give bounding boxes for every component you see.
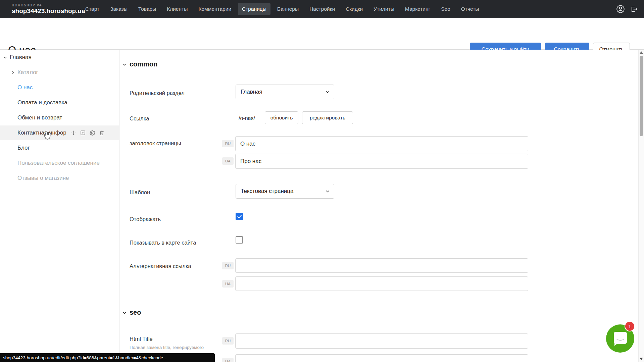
tree-item-label: Оплата и доставка — [17, 99, 67, 106]
page-heading-ru-input[interactable] — [235, 136, 528, 151]
nav-item-banners[interactable]: Баннеры — [273, 3, 303, 15]
link-path-text: /o-nas/ — [239, 115, 255, 121]
lang-ru-badge: RU — [222, 337, 234, 345]
html-title-ru-input[interactable] — [235, 333, 528, 349]
pages-tree-sidebar: Главная Каталог О нас Оплата и доставка … — [0, 50, 119, 362]
nav-item-discounts[interactable]: Скидки — [342, 3, 367, 15]
tree-item-label: Контактная инфор — [17, 130, 66, 136]
chat-unread-badge: 1 — [625, 321, 635, 331]
tree-item-katalog[interactable]: Каталог — [0, 65, 119, 80]
scroll-up-arrow[interactable] — [640, 51, 643, 54]
chevron-right-icon[interactable] — [11, 70, 15, 75]
shop-domain-label: shop34423.horoshop.ua — [12, 7, 70, 15]
vertical-scrollbar[interactable] — [638, 50, 644, 362]
tree-item-oplata[interactable]: Оплата и доставка — [0, 95, 119, 110]
lang-ua-badge: UA — [222, 280, 234, 288]
lang-ua-badge: UA — [222, 358, 234, 362]
nav-item-comments[interactable]: Комментарии — [194, 3, 235, 15]
section-common-toggle[interactable]: common — [122, 60, 157, 68]
section-seo-toggle[interactable]: seo — [122, 309, 141, 316]
top-navbar: HOROSHOP V4 shop34423.horoshop.ua Старт … — [0, 0, 644, 18]
page-heading-label: заголовок страницы — [130, 140, 181, 147]
tree-item-soglashenie[interactable]: Пользовательское соглашение — [0, 156, 119, 170]
html-title-hint: Полная замена title, генерируемого — [130, 345, 204, 350]
chevron-down-icon — [325, 189, 330, 194]
parent-section-select[interactable]: Главная — [236, 85, 334, 99]
parent-section-label: Родительский раздел — [130, 90, 185, 96]
scrollbar-thumb[interactable] — [640, 56, 643, 136]
tree-item-obmen[interactable]: Обмен и возврат — [0, 110, 119, 125]
html-title-label: Html Title — [130, 336, 153, 342]
lang-ru-badge: RU — [222, 140, 234, 147]
alt-link-label: Альтернативная ссылка — [130, 263, 191, 269]
scroll-down-arrow[interactable] — [640, 358, 643, 360]
template-label: Шаблон — [130, 189, 150, 196]
tree-item-label: Каталог — [17, 69, 38, 76]
tree-item-label: Обмен и возврат — [17, 114, 62, 121]
chevron-down-icon — [122, 62, 127, 67]
delete-trash-icon[interactable] — [99, 130, 105, 136]
tree-item-actions — [70, 130, 105, 136]
page-heading-ua-input[interactable] — [235, 154, 528, 169]
parent-section-value: Главная — [241, 89, 262, 95]
tree-item-glavnaya[interactable]: Главная — [0, 50, 119, 65]
display-checkbox[interactable] — [236, 213, 243, 220]
link-edit-button[interactable]: редактировать — [302, 111, 353, 124]
chevron-down-icon — [122, 310, 127, 315]
logout-icon[interactable] — [630, 5, 638, 13]
display-label: Отображать — [130, 216, 161, 222]
nav-item-orders[interactable]: Заказы — [106, 3, 132, 15]
nav-item-start[interactable]: Старт — [81, 3, 103, 15]
alt-link-ua-input[interactable] — [235, 276, 528, 291]
nav-item-utilities[interactable]: Утилиты — [369, 3, 398, 15]
tree-item-label: Главная — [10, 54, 32, 61]
sitemap-checkbox[interactable] — [236, 236, 243, 244]
section-seo-title: seo — [130, 309, 141, 316]
main-menu: Старт Заказы Товары Клиенты Комментарии … — [80, 3, 484, 15]
app-logo[interactable]: HOROSHOP V4 shop34423.horoshop.ua — [12, 3, 70, 15]
add-page-icon[interactable] — [80, 130, 86, 136]
link-preview-statusbar: shop34423.horoshop.ua/edit/edit.php?id=6… — [0, 353, 215, 362]
lang-ru-badge: RU — [222, 262, 234, 269]
alt-link-ru-input[interactable] — [235, 258, 528, 273]
chat-bubble-icon — [614, 332, 627, 344]
page-edit-form: common Родительский раздел Главная Ссылк… — [119, 50, 638, 362]
chat-smile-icon — [616, 337, 624, 341]
html-title-ua-input[interactable] — [235, 354, 528, 362]
tree-item-label: Отзывы о магазине — [17, 175, 69, 182]
nav-item-settings[interactable]: Настройки — [305, 3, 339, 15]
chevron-down-icon[interactable] — [3, 55, 7, 60]
tree-item-otzyvy[interactable]: Отзывы о магазине — [0, 171, 119, 186]
nav-item-products[interactable]: Товары — [134, 3, 160, 15]
nav-item-seo[interactable]: Seo — [437, 3, 454, 15]
tree-item-blog[interactable]: Блог — [0, 141, 119, 155]
template-select[interactable]: Текстовая страница — [236, 184, 334, 199]
sitemap-label: Показывать в карте сайта — [130, 240, 196, 246]
tree-item-label: О нас — [17, 84, 33, 91]
tree-item-label: Пользовательское соглашение — [17, 160, 100, 166]
tree-item-label: Блог — [17, 145, 30, 151]
tree-item-kontaktnaya[interactable]: Контактная инфор — [0, 125, 119, 140]
section-common-title: common — [130, 60, 157, 68]
nav-item-marketing[interactable]: Маркетинг — [401, 3, 434, 15]
logo-version-label: HOROSHOP V4 — [12, 3, 70, 7]
move-icon[interactable] — [70, 130, 77, 136]
chevron-down-icon — [325, 90, 330, 94]
navbar-right-icons — [616, 0, 638, 18]
link-label: Ссылка — [130, 115, 149, 122]
page-header: О нас Сохранить и выйти Сохранить Отмени… — [0, 18, 644, 50]
tree-item-o-nas[interactable]: О нас — [0, 80, 119, 95]
account-icon[interactable] — [616, 5, 625, 13]
nav-item-reports[interactable]: Отчеты — [457, 3, 483, 15]
lang-ua-badge: UA — [222, 157, 234, 165]
nav-item-pages[interactable]: Страницы — [238, 3, 270, 15]
settings-gear-icon[interactable] — [89, 130, 95, 136]
link-refresh-button[interactable]: обновить — [265, 111, 298, 124]
nav-item-clients[interactable]: Клиенты — [163, 3, 192, 15]
template-value: Текстовая страница — [241, 188, 294, 195]
status-url-text: shop34423.horoshop.ua/edit/edit.php?id=6… — [3, 355, 168, 360]
